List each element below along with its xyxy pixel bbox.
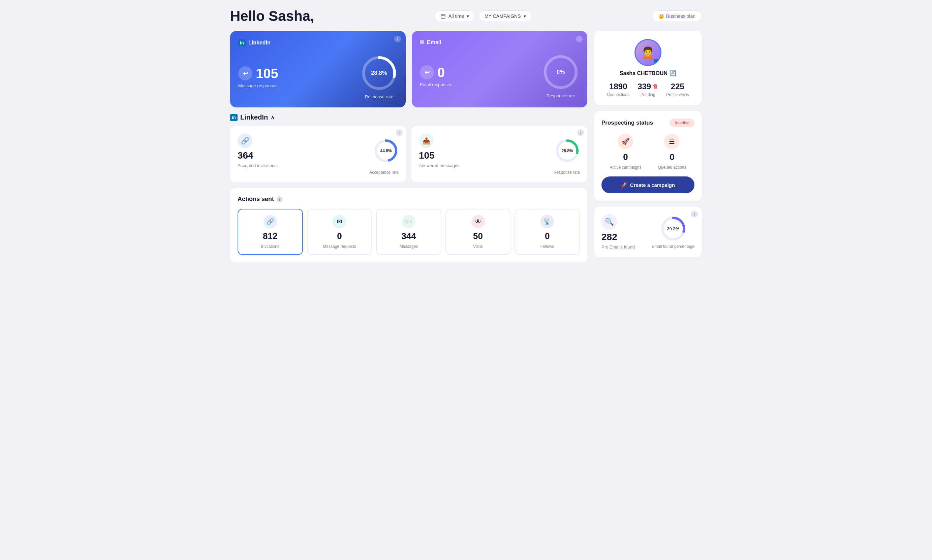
- actions-header: Actions sent i: [237, 195, 580, 203]
- email-rate-circle: 0%: [542, 54, 579, 91]
- linkedin-card-stats: ↩ 105 Message responses 28: [238, 55, 397, 99]
- page-wrapper: Hello Sasha, All time ▾ MY CAMPAIGNS ▾ 👑…: [230, 8, 702, 262]
- email-found-pct-arc: 29.2% Email found percentage: [652, 215, 695, 249]
- follows-label: Follows: [541, 244, 554, 249]
- time-filter[interactable]: All time ▾: [434, 11, 475, 22]
- email-rate-label: Response rate: [547, 93, 575, 98]
- profile-views-label: Profile views: [666, 92, 689, 97]
- campaign-filter[interactable]: MY CAMPAIGNS ▾: [479, 11, 532, 22]
- campaign-chevron-icon: ▾: [524, 14, 526, 19]
- pro-emails-left: 🔍 282 Pro Emails found: [601, 214, 635, 249]
- queued-actions-count: 0: [670, 152, 674, 162]
- profile-name: Sasha CHETBOUN 🔄: [620, 70, 676, 77]
- visits-icon: 👁: [471, 215, 485, 228]
- linkedin-section: in LinkedIn ∧ i 🔗 364 Accepted invitatio…: [230, 114, 587, 182]
- linkedin-section-label: LinkedIn: [240, 114, 268, 121]
- action-item-messages[interactable]: 📨 344 Messages: [376, 209, 441, 255]
- response-rate-arc: 28.8%: [555, 138, 580, 163]
- profile-linkedin-badge: in: [654, 59, 661, 66]
- linkedin-rate-value: 28.8%: [371, 70, 387, 77]
- rocket-icon: 🚀: [618, 134, 633, 149]
- invitations-action-icon: 🔗: [263, 215, 277, 228]
- pending-count-row: 339 🗑: [638, 82, 658, 91]
- follows-count: 0: [545, 231, 550, 242]
- header-controls: All time ▾ MY CAMPAIGNS ▾: [434, 11, 532, 22]
- left-column: in LinkedIn i ↩ 105 Message responses: [230, 31, 587, 262]
- prospecting-header: Prospecting status Inactive: [601, 118, 695, 127]
- queued-actions-stat: ☰ 0 Queued actions: [658, 134, 686, 170]
- linkedin-overview-card: in LinkedIn i ↩ 105 Message responses: [230, 31, 406, 108]
- linkedin-card-header: in LinkedIn: [238, 39, 397, 46]
- actions-grid: 🔗 812 Invitations ✉ 0 Message requests 📨…: [237, 209, 580, 255]
- metric2-info[interactable]: i: [577, 129, 584, 136]
- action-item-invitations[interactable]: 🔗 812 Invitations: [237, 209, 303, 255]
- queue-icon: ☰: [664, 134, 679, 149]
- actions-info-icon[interactable]: i: [277, 196, 283, 202]
- actions-sent-card: Actions sent i 🔗 812 Invitations ✉ 0 Mes…: [230, 188, 587, 262]
- refresh-icon: 🔄: [670, 70, 676, 77]
- email-card-info[interactable]: i: [576, 36, 582, 42]
- metric1-inner: 🔗 364 Accepted invitations 44.8%: [237, 133, 399, 168]
- invitations-icon: 🔗: [237, 133, 253, 148]
- accepted-invitations-card: i 🔗 364 Accepted invitations: [230, 126, 406, 182]
- linkedin-response-count: 105: [256, 66, 278, 81]
- business-plan-label: Business plan: [666, 14, 695, 19]
- header: Hello Sasha, All time ▾ MY CAMPAIGNS ▾ 👑…: [230, 8, 702, 24]
- delete-icon[interactable]: 🗑: [653, 83, 658, 89]
- pro-emails-info[interactable]: i: [691, 211, 698, 217]
- metric2-left: 📤 105 Answered messages: [419, 133, 460, 168]
- linkedin-rate-circle: 28.8%: [360, 55, 397, 92]
- messages-icon: 📤: [419, 133, 434, 148]
- pro-emails-search-icon: 🔍: [601, 214, 617, 230]
- message-requests-count: 0: [337, 231, 342, 242]
- visits-label: Visits: [473, 244, 482, 249]
- connections-count: 1890: [609, 82, 627, 91]
- time-filter-label: All time: [448, 14, 464, 19]
- queued-actions-label: Queued actions: [658, 165, 686, 170]
- linkedin-response-label: Message responses: [238, 83, 277, 88]
- email-response-label: Email responses: [420, 82, 452, 87]
- pro-emails-label: Pro Emails found: [601, 245, 635, 249]
- create-campaign-button[interactable]: 🚀 Create a campaign: [601, 177, 695, 193]
- answered-messages-card: i 📤 105 Answered messages: [411, 126, 587, 182]
- linkedin-message-stat: ↩ 105 Message responses: [238, 66, 278, 88]
- answered-label: Answered messages: [419, 163, 460, 168]
- right-column: 🧑‍🦱 in Sasha CHETBOUN 🔄 1890 Connections…: [594, 31, 702, 262]
- prospecting-stats: 🚀 0 Active campaigns ☰ 0 Queued actions: [601, 134, 695, 170]
- top-cards: in LinkedIn i ↩ 105 Message responses: [230, 31, 587, 108]
- create-campaign-label: Create a campaign: [630, 182, 675, 188]
- acceptance-rate-value: 44.8%: [380, 149, 391, 153]
- linkedin-card-info[interactable]: i: [394, 36, 401, 42]
- invitations-count: 364: [237, 150, 253, 161]
- action-item-follows[interactable]: 📡 0 Follows: [515, 209, 580, 255]
- acceptance-rate-label: Acceptance rate: [237, 170, 399, 175]
- rocket-btn-icon: 🚀: [621, 182, 627, 188]
- business-plan-button[interactable]: 👑 Business plan: [652, 11, 702, 22]
- response-rate-label: Response rate: [419, 170, 580, 175]
- calendar-icon: [441, 14, 446, 19]
- svg-rect-0: [441, 14, 445, 18]
- prospecting-card: Prospecting status Inactive 🚀 0 Active c…: [594, 111, 702, 201]
- linkedin-response-count-row: ↩ 105: [238, 66, 278, 81]
- profile-avatar: 🧑‍🦱 in: [635, 39, 661, 66]
- action-item-visits[interactable]: 👁 50 Visits: [445, 209, 511, 255]
- follows-icon: 📡: [541, 215, 554, 228]
- email-pct-value: 29.2%: [667, 226, 679, 231]
- metric1-info[interactable]: i: [396, 129, 403, 136]
- invitations-action-label: Invitations: [261, 244, 279, 249]
- linkedin-card-title: LinkedIn: [248, 40, 271, 46]
- main-grid: in LinkedIn i ↩ 105 Message responses: [230, 31, 702, 262]
- email-rate-value: 0%: [557, 69, 565, 75]
- campaign-filter-label: MY CAMPAIGNS: [485, 14, 521, 19]
- actions-title: Actions sent: [237, 195, 274, 203]
- answered-count: 105: [419, 150, 434, 161]
- email-icon: ✉: [420, 39, 424, 45]
- page-title: Hello Sasha,: [230, 8, 314, 24]
- action-item-message-requests[interactable]: ✉ 0 Message requests: [307, 209, 372, 255]
- pro-emails-inner: 🔍 282 Pro Emails found 29.2% Email fo: [601, 214, 695, 249]
- crown-icon: 👑: [658, 14, 664, 19]
- linkedin-logo: in: [238, 39, 246, 46]
- metric1-left: 🔗 364 Accepted invitations: [237, 133, 277, 168]
- status-badge: Inactive: [670, 118, 695, 127]
- acceptance-rate-arc: 44.8%: [373, 138, 399, 163]
